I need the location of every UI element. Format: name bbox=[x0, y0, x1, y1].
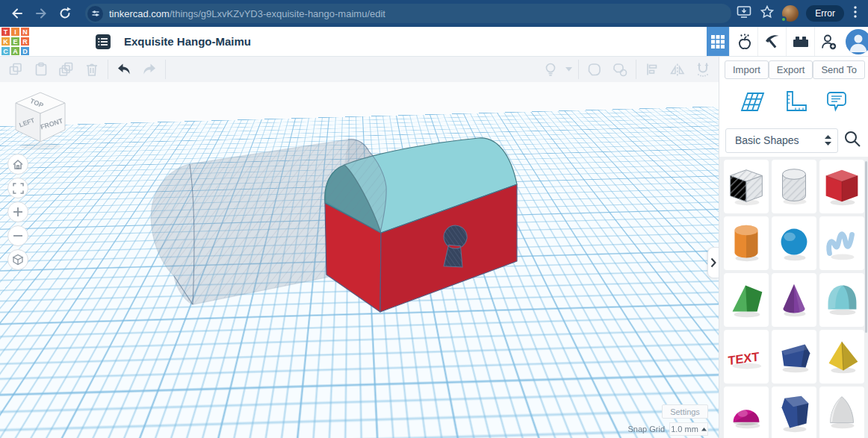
shape-category-select[interactable]: Basic Shapes bbox=[725, 128, 838, 153]
design-menu-icon[interactable] bbox=[94, 33, 112, 51]
shape-category-label: Basic Shapes bbox=[735, 134, 825, 146]
url-path: /things/g9LxvKZvYD3-exquisite-hango-maim… bbox=[170, 8, 385, 19]
bookmark-star-icon[interactable] bbox=[760, 4, 775, 22]
align-icon[interactable] bbox=[639, 59, 665, 80]
blocks-grid-toggle[interactable] bbox=[707, 27, 729, 56]
tinkercad-logo[interactable]: T I N K E R C A D bbox=[1, 27, 30, 56]
browser-back-icon[interactable] bbox=[7, 4, 27, 23]
group-icon[interactable] bbox=[582, 59, 607, 80]
logo-cell: D bbox=[20, 46, 30, 56]
scene-3d bbox=[0, 82, 719, 438]
install-app-icon[interactable] bbox=[736, 4, 752, 22]
bricks-icon[interactable] bbox=[786, 27, 814, 56]
import-button[interactable]: Import bbox=[725, 60, 769, 79]
shape-round-roof[interactable] bbox=[819, 273, 864, 327]
app-header: T I N K E R C A D Exquisite Hango-Maimu bbox=[0, 27, 868, 57]
mirror-icon[interactable] bbox=[665, 59, 690, 80]
home-view-button[interactable] bbox=[7, 154, 28, 175]
zoom-in-button[interactable] bbox=[7, 201, 28, 222]
toolbar-divider bbox=[578, 60, 579, 79]
snap-grid-value: 1.0 mm bbox=[671, 425, 698, 434]
shape-pyramid[interactable] bbox=[819, 330, 864, 384]
settings-button[interactable]: Settings bbox=[662, 404, 708, 419]
snap-grid-label: Snap Grid bbox=[627, 425, 665, 434]
minecraft-pickaxe-icon[interactable] bbox=[757, 27, 786, 56]
copy-icon[interactable] bbox=[3, 59, 28, 80]
shape-text[interactable]: TEXT bbox=[724, 330, 769, 384]
delete-icon[interactable] bbox=[79, 59, 105, 80]
logo-cell: N bbox=[20, 27, 30, 37]
shape-paraboloid[interactable] bbox=[819, 387, 864, 438]
perspective-toggle-button[interactable] bbox=[7, 249, 28, 270]
search-shapes-button[interactable] bbox=[843, 129, 862, 151]
logo-cell: K bbox=[1, 37, 10, 46]
edit-toolbar bbox=[0, 57, 719, 82]
zoom-out-button[interactable] bbox=[7, 225, 28, 246]
logo-cell: I bbox=[10, 27, 20, 37]
fit-view-button[interactable] bbox=[7, 178, 28, 198]
shape-polygon[interactable] bbox=[772, 387, 816, 438]
undo-icon[interactable] bbox=[111, 59, 137, 80]
logo-cell: R bbox=[20, 37, 30, 46]
snap-grid-select[interactable]: 1.0 mm bbox=[669, 422, 708, 436]
paste-icon[interactable] bbox=[28, 59, 54, 80]
url-text: tinkercad.com/things/g9LxvKZvYD3-exquisi… bbox=[109, 8, 385, 19]
profile-status-dot bbox=[781, 16, 787, 22]
toolbar-divider bbox=[108, 60, 108, 79]
gallery-scrollbar[interactable] bbox=[865, 161, 867, 333]
ruler-tool-icon[interactable] bbox=[782, 90, 807, 116]
logo-cell: C bbox=[1, 46, 10, 56]
design-canvas[interactable]: TOP LEFT FRONT bbox=[0, 82, 719, 438]
shape-gallery: TEXT bbox=[719, 157, 868, 438]
url-host: tinkercad.com bbox=[109, 8, 170, 19]
export-button[interactable]: Export bbox=[769, 60, 813, 79]
browser-bar: tinkercad.com/things/g9LxvKZvYD3-exquisi… bbox=[0, 0, 868, 27]
shape-cylinder[interactable] bbox=[724, 216, 769, 270]
browser-menu-icon[interactable] bbox=[852, 4, 859, 22]
show-all-bulb-icon[interactable] bbox=[538, 59, 563, 80]
browser-refresh-icon[interactable] bbox=[55, 4, 75, 23]
redo-icon[interactable] bbox=[137, 59, 162, 80]
design-title[interactable]: Exquisite Hango-Maimu bbox=[124, 35, 251, 48]
shape-roof[interactable] bbox=[724, 273, 769, 327]
account-avatar[interactable] bbox=[846, 29, 868, 54]
url-bar[interactable]: tinkercad.com/things/g9LxvKZvYD3-exquisi… bbox=[85, 4, 731, 23]
shape-hole-box[interactable] bbox=[724, 160, 769, 213]
shape-box[interactable] bbox=[819, 160, 864, 213]
browser-forward-icon[interactable] bbox=[31, 4, 51, 23]
sim-lab-icon[interactable] bbox=[729, 27, 757, 56]
shape-sphere[interactable] bbox=[772, 216, 816, 270]
logo-cell: E bbox=[10, 37, 20, 46]
shape-scribble[interactable] bbox=[819, 216, 864, 270]
shape-hole-cylinder[interactable] bbox=[772, 160, 816, 213]
browser-profile-avatar[interactable] bbox=[782, 5, 799, 22]
shape-half-sphere[interactable] bbox=[724, 387, 769, 438]
logo-cell: T bbox=[1, 27, 10, 37]
notes-tool-icon[interactable] bbox=[824, 89, 849, 117]
ungroup-icon[interactable] bbox=[607, 59, 633, 80]
duplicate-icon[interactable] bbox=[54, 59, 79, 80]
shape-wedge[interactable] bbox=[772, 330, 816, 384]
show-all-dropdown-caret[interactable] bbox=[563, 67, 575, 72]
logo-cell: A bbox=[10, 46, 20, 56]
select-caret-icon bbox=[825, 135, 831, 146]
site-settings-icon[interactable] bbox=[87, 6, 103, 22]
shape-cone[interactable] bbox=[772, 273, 816, 327]
workplane-tool-icon[interactable] bbox=[738, 90, 766, 116]
panel-collapse-handle[interactable] bbox=[707, 247, 719, 278]
caret-up-icon bbox=[701, 428, 707, 431]
share-add-person-icon[interactable] bbox=[814, 27, 843, 56]
send-to-button[interactable]: Send To bbox=[813, 60, 864, 79]
error-badge[interactable]: Error bbox=[806, 5, 844, 22]
magnet-icon[interactable] bbox=[690, 59, 716, 80]
chest-shape[interactable] bbox=[325, 138, 517, 312]
shapes-panel: Import Export Send To Basic Shapes bbox=[719, 57, 868, 438]
view-cube[interactable]: TOP LEFT FRONT bbox=[6, 87, 75, 154]
toolbar-divider bbox=[636, 60, 636, 79]
toolbar-divider bbox=[165, 60, 166, 79]
